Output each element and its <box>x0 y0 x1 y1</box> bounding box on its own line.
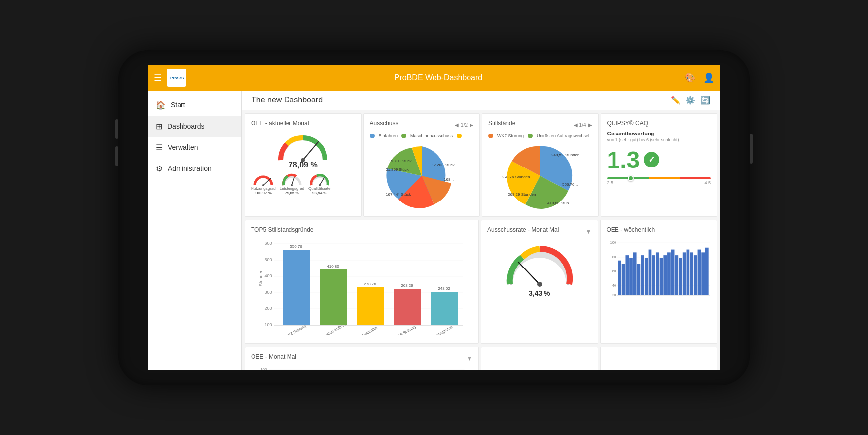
svg-rect-71 <box>629 258 633 295</box>
svg-rect-80 <box>663 255 667 295</box>
legend-maschinen-dot <box>401 134 406 138</box>
oee-monat-header: OEE - Monat Mai ▼ <box>251 353 472 364</box>
oee-month-title: OEE - aktueller Monat <box>251 120 355 127</box>
svg-text:410,80: 410,80 <box>327 264 339 268</box>
svg-text:556,76: 556,76 <box>290 244 302 249</box>
svg-rect-89 <box>697 249 701 295</box>
top-bar: ☰ ProSeS ProBDE Web-Dashboard 🎨 👤 <box>148 65 720 91</box>
svg-text:268,29: 268,29 <box>401 283 413 288</box>
sidebar-item-start[interactable]: 🏠 Start <box>148 95 241 116</box>
content-area: The new Dashboard ✏️ ⚙️ 🔄 OEE - aktuelle… <box>242 91 720 370</box>
stillstaende-legend: WKZ Störung Umrüsten Auftragswechsel <box>488 134 592 138</box>
svg-point-55 <box>537 282 542 287</box>
stillstaende-title: Stillstände <box>488 120 515 127</box>
quipsy-track <box>607 177 711 179</box>
stillstaende-pie-area: 248,52 Stunden 556,76... 268,29 Stunden … <box>488 141 592 210</box>
sidebar-label-dashboards: Dashboards <box>167 122 205 130</box>
ausschuss-pie-svg: 12.203 Stück 19.700 Stück 21.869 Stück 1… <box>380 141 464 210</box>
ausschuss-rate-value: 3,43 % <box>529 289 550 297</box>
admin-icon: ⚙ <box>156 164 163 173</box>
top-icons: 🎨 👤 <box>685 72 714 83</box>
svg-text:40: 40 <box>612 283 616 287</box>
legend-other-dot <box>457 134 462 138</box>
content-header: The new Dashboard ✏️ ⚙️ 🔄 <box>242 91 720 110</box>
legend-umruesten-dot <box>528 134 533 138</box>
stillstaende-page: 1/4 <box>579 122 586 128</box>
leistung-gauge-svg <box>282 173 302 186</box>
widget-oee-month: OEE - aktueller Monat <box>245 113 362 217</box>
header-actions: ✏️ ⚙️ 🔄 <box>671 96 710 105</box>
nutzung-gauge-svg <box>253 173 274 186</box>
filter-icon[interactable]: ▼ <box>586 228 592 235</box>
widget-ausschuss: Ausschuss ◀ 1/2 ▶ Einfahren Maschinena <box>363 113 480 217</box>
power-button[interactable] <box>750 134 753 164</box>
nutzung-value: 100,97 % <box>255 191 272 195</box>
sidebar-label-administration: Administration <box>168 165 212 172</box>
oee-weekly-bar-svg: 100 80 60 40 20 <box>607 237 711 301</box>
sidebar-label-verwalten: Verwalten <box>168 143 198 151</box>
quipsy-score-display: 1.3 ✓ <box>607 146 711 173</box>
app-title: ProBDE Web-Dashboard <box>192 73 685 82</box>
sidebar-item-verwalten[interactable]: ☰ Verwalten <box>148 137 241 158</box>
refresh-icon[interactable]: 🔄 <box>700 96 710 105</box>
list-icon: ☰ <box>156 143 163 152</box>
svg-text:278,76: 278,76 <box>364 282 376 286</box>
svg-rect-82 <box>671 249 674 295</box>
volume-down-button[interactable] <box>115 146 118 166</box>
user-icon[interactable]: 👤 <box>703 72 714 83</box>
ausschuss-pie-area: 12.203 Stück 19.700 Stück 21.869 Stück 1… <box>370 141 474 210</box>
sub-gauge-qualitaet: Qualitätsrate 96,54 % <box>308 173 330 195</box>
svg-text:200: 200 <box>264 306 272 311</box>
edit-icon[interactable]: ✏️ <box>671 96 681 105</box>
svg-rect-84 <box>679 258 682 295</box>
score-label-45: 4.5 <box>704 180 711 185</box>
dashboard-row-3: OEE - Monat Mai ▼ 100 80 60 40 20 0 <box>242 345 720 370</box>
svg-text:19.700 Stück: 19.700 Stück <box>389 159 412 163</box>
svg-rect-74 <box>641 255 644 295</box>
quipsy-check-icon: ✓ <box>644 152 659 167</box>
svg-rect-42 <box>394 289 421 325</box>
svg-rect-40 <box>357 287 384 325</box>
volume-up-button[interactable] <box>115 119 118 139</box>
svg-rect-72 <box>633 252 636 295</box>
stillstaende-header: Stillstände ◀ 1/4 ▶ <box>488 120 592 131</box>
theme-icon[interactable]: 🎨 <box>685 72 695 83</box>
svg-rect-76 <box>648 249 651 295</box>
svg-text:Stunden: Stunden <box>258 269 263 286</box>
ausschuss-title: Ausschuss <box>370 120 398 127</box>
qualitaet-gauge-svg <box>309 173 330 186</box>
filter-icon-2[interactable]: ▼ <box>467 355 472 362</box>
grid-icon: ⊞ <box>156 122 162 131</box>
prev-icon[interactable]: ◀ <box>455 122 459 128</box>
sidebar-label-start: Start <box>171 101 185 109</box>
legend-maschinen: Maschinenausschuss <box>410 134 453 138</box>
next-icon2[interactable]: ▶ <box>588 122 592 128</box>
svg-rect-77 <box>652 255 655 295</box>
dashboard-row-2: TOP5 Stillstandsgründe 600 500 400 300 2… <box>242 218 720 345</box>
svg-text:Ausprobie: Ausprobie <box>361 325 378 335</box>
settings-icon[interactable]: ⚙️ <box>686 96 695 105</box>
widget-ausschuss-rate: Ausschussrate - Monat Mai ▼ <box>481 220 598 344</box>
svg-text:500: 500 <box>264 257 272 262</box>
oee-weekly-title: OEE - wöchentlich <box>607 226 711 233</box>
svg-rect-73 <box>637 264 640 295</box>
prev-icon2[interactable]: ◀ <box>574 122 578 128</box>
ausschuss-rate-header: Ausschussrate - Monat Mai ▼ <box>487 226 592 237</box>
ausschuss-pagination: ◀ 1/2 ▶ <box>455 122 473 128</box>
legend-einfahren: Einfahren <box>379 134 398 138</box>
svg-rect-78 <box>655 252 659 295</box>
main-layout: 🏠 Start ⊞ Dashboards ☰ Verwalten ⚙ Admin… <box>148 91 720 370</box>
svg-rect-36 <box>283 250 310 325</box>
sidebar-item-administration[interactable]: ⚙ Administration <box>148 158 241 179</box>
svg-rect-88 <box>693 255 697 295</box>
widget-placeholder-1 <box>481 347 598 370</box>
sidebar-item-dashboards[interactable]: ⊞ Dashboards <box>148 116 241 137</box>
quipsy-subtitle: Gesamtbewertung <box>607 131 711 136</box>
hamburger-menu[interactable]: ☰ <box>154 72 162 83</box>
legend-umruesten: Umrüsten Auftragswechsel <box>537 134 589 138</box>
home-icon: 🏠 <box>156 100 166 110</box>
svg-rect-75 <box>644 258 648 295</box>
next-icon[interactable]: ▶ <box>470 122 473 128</box>
svg-rect-90 <box>701 252 705 295</box>
stillstaende-pagination: ◀ 1/4 ▶ <box>574 122 592 128</box>
